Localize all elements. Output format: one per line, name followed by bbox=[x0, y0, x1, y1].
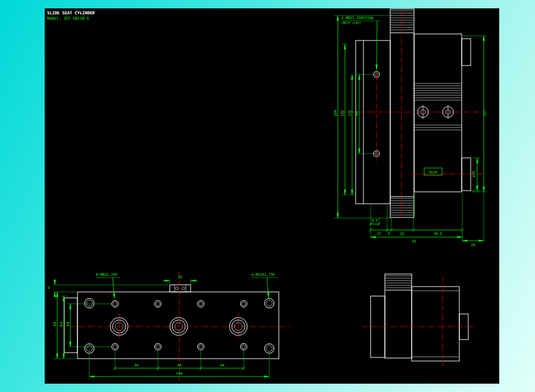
m8-hole bbox=[112, 301, 119, 307]
dim-91: 91 bbox=[412, 239, 416, 243]
m12-hole bbox=[265, 298, 274, 308]
m12-hole-minor bbox=[86, 346, 92, 351]
dim-157: 157 bbox=[483, 110, 487, 116]
mount-plate-end bbox=[371, 296, 385, 357]
dim-19-plan: 19 bbox=[178, 275, 182, 279]
m12-hole-minor bbox=[266, 300, 272, 306]
top-boss bbox=[170, 285, 191, 292]
dim-152: 152 bbox=[340, 110, 344, 116]
dim-64: 64 bbox=[59, 322, 63, 326]
m8-hole bbox=[155, 301, 161, 307]
seat-plate-section bbox=[356, 41, 390, 204]
m12-hole-minor bbox=[266, 346, 272, 351]
m12-callout-leader bbox=[267, 278, 269, 298]
side-view-dimensions: 204 152 121 80 157 ø25 8.5 17 4 22 48.6 … bbox=[333, 15, 487, 247]
dim-44-1: 44 bbox=[134, 363, 139, 367]
plan-view-outline bbox=[64, 285, 279, 359]
dim-68: 68 bbox=[52, 322, 57, 326]
cad-drawing-canvas[interactable]: SLIDE SEAT CYLINDER Model: JCF 50x10-S bbox=[45, 8, 499, 384]
flange-hatch-bottom bbox=[390, 198, 414, 215]
dim-8-5: 8.5 bbox=[372, 219, 378, 222]
drawing-model: Model: JCF 50x10-S bbox=[47, 16, 89, 21]
m8-hole-minor bbox=[242, 302, 245, 306]
m8-callout-leader bbox=[113, 278, 114, 298]
slide-plate-end bbox=[385, 274, 412, 358]
m8-callout-label: 8-M8X1.25P bbox=[96, 272, 118, 276]
m12-hole bbox=[85, 344, 94, 353]
m8-hole bbox=[241, 301, 247, 307]
tap-callout-note: (Both side) bbox=[341, 21, 361, 24]
side-view-centerlines bbox=[340, 10, 482, 219]
dim-44-2: 44 bbox=[177, 363, 182, 367]
dim-19: 19 bbox=[471, 242, 475, 247]
m8-hole-minor bbox=[199, 302, 203, 306]
dim-dia25: ø25 bbox=[471, 170, 475, 177]
port-boss-bottom bbox=[462, 158, 471, 191]
m8-hole-minor bbox=[156, 302, 160, 306]
seat-plate-plan bbox=[77, 292, 279, 359]
dim-48-6: 48.6 bbox=[434, 232, 441, 235]
brand-label: JELPC bbox=[428, 170, 438, 174]
dim-22: 22 bbox=[400, 232, 405, 235]
title-block: SLIDE SEAT CYLINDER Model: JCF 50x10-S bbox=[47, 11, 95, 21]
end-view-outline bbox=[371, 274, 468, 361]
plan-extension-lines bbox=[53, 279, 269, 379]
m8-hole bbox=[112, 344, 119, 350]
tap-callout-label: 2-M8X1.25PX15dp bbox=[341, 15, 374, 20]
dim-6: 6 bbox=[48, 285, 50, 290]
boss-pin-hole bbox=[176, 287, 179, 290]
tap-callout-leader bbox=[377, 21, 377, 70]
m12-hole-minor bbox=[86, 300, 92, 306]
dim-4: 4 bbox=[388, 232, 390, 235]
m8-hole-minor bbox=[199, 345, 203, 349]
m8-hole bbox=[241, 344, 247, 350]
dim-44-left: 44 bbox=[66, 322, 70, 326]
boss-pin-hole bbox=[182, 287, 185, 290]
m8-hole bbox=[198, 344, 204, 350]
m12-callout-label: 4-M12X1.75P bbox=[251, 272, 275, 276]
dim-121: 121 bbox=[347, 110, 352, 116]
cylinder-body-end bbox=[412, 287, 459, 361]
dim-44-3: 44 bbox=[220, 363, 225, 367]
port-boss-top bbox=[462, 39, 471, 66]
flange-plate bbox=[390, 9, 414, 217]
plan-view-dimensions: 19 6 68 64 44 44 44 44 184 8-M8X1.25P 4-… bbox=[48, 272, 278, 379]
m8-hole bbox=[198, 301, 204, 307]
end-view bbox=[362, 274, 476, 366]
m12-hole bbox=[265, 344, 274, 353]
m8-hole-minor bbox=[113, 302, 117, 306]
drawing-title: SLIDE SEAT CYLINDER bbox=[47, 11, 95, 15]
dim-17: 17 bbox=[377, 232, 381, 235]
end-view-centerlines bbox=[362, 277, 476, 366]
dim-80: 80 bbox=[354, 111, 359, 116]
m8-hole-minor bbox=[156, 345, 160, 349]
slide-plate-hatch bbox=[385, 276, 412, 288]
drawing-svg: SLIDE SEAT CYLINDER Model: JCF 50x10-S bbox=[45, 8, 499, 384]
flange-hatch-top bbox=[390, 11, 414, 30]
plan-view: 19 6 68 64 44 44 44 44 184 8-M8X1.25P 4-… bbox=[48, 271, 290, 382]
side-view: JELPC 204 152 121 80 157 bbox=[333, 9, 487, 247]
m12-hole bbox=[85, 298, 94, 308]
dim-204: 204 bbox=[333, 110, 337, 116]
m8-hole bbox=[155, 344, 161, 350]
m8-hole-minor bbox=[242, 345, 245, 349]
side-view-outline: JELPC bbox=[356, 9, 471, 217]
dim-184: 184 bbox=[176, 371, 183, 375]
port-boss-end bbox=[459, 314, 468, 340]
m8-hole-minor bbox=[113, 345, 117, 349]
plan-view-centerlines bbox=[60, 271, 290, 382]
